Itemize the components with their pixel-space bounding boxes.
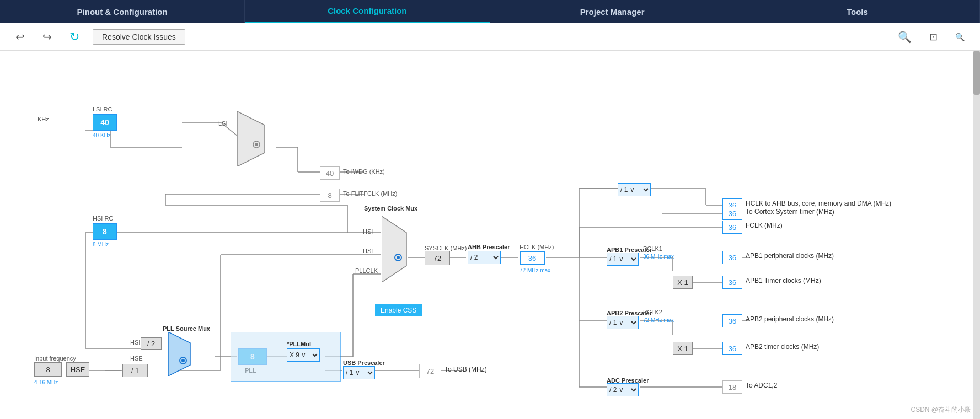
enable-css-button[interactable]: Enable CSS xyxy=(375,304,422,316)
usb-value-box: 72 xyxy=(419,364,441,378)
pll-mul-select[interactable]: X 9 ∨ xyxy=(287,348,320,362)
hclk-ahb-label: HCLK to AHB bus, core, memory and DMA (M… xyxy=(746,200,891,207)
tab-pinout[interactable]: Pinout & Configuration xyxy=(0,0,245,23)
pclk1-max-label: 36 MHz max xyxy=(643,254,674,260)
apb1-peri-value-box: 36 xyxy=(722,251,742,264)
hclk-div1-select[interactable]: / 1 ∨ xyxy=(618,183,651,196)
pclk1-label: PCLK1 xyxy=(643,245,662,252)
cortex-timer-label: To Cortex System timer (MHz) xyxy=(746,208,834,216)
hclk-label: HCLK (MHz) xyxy=(520,244,554,250)
adc-prescaler-select[interactable]: / 2 ∨ xyxy=(607,383,639,396)
apb2-peri-value-box: 36 xyxy=(722,314,742,327)
zoom-out-button[interactable]: 🔍 xyxy=(951,30,969,44)
apb2-timer-x-box: X 1 xyxy=(673,342,693,355)
top-navigation: Pinout & Configuration Clock Configurati… xyxy=(0,0,980,23)
hclk-value-box: 36 xyxy=(520,251,545,265)
usb-label: To USB (MHz) xyxy=(445,366,487,373)
svg-marker-65 xyxy=(168,332,190,376)
lsi-mux-svg xyxy=(237,111,276,166)
apb1-timer-x-box: X 1 xyxy=(673,276,693,289)
hse-value-box: 8 xyxy=(34,362,62,377)
redo-button[interactable]: ↪ xyxy=(38,28,56,46)
lsi-freq-label: KHz xyxy=(38,116,49,122)
hsi-mux-label: HSI xyxy=(363,228,373,235)
sysclk-value-box: 72 xyxy=(425,251,450,265)
hsi-rc-unit: 8 MHz xyxy=(93,241,109,248)
tab-tools[interactable]: Tools xyxy=(735,0,980,23)
apb2-prescaler-select[interactable]: / 1 ∨ xyxy=(607,316,639,329)
apb2-timer-label: APB2 timer clocks (MHz) xyxy=(746,343,819,351)
scrollbar-thumb[interactable] xyxy=(973,51,980,95)
apb2-peri-label: APB2 peripheral clocks (MHz) xyxy=(746,315,834,323)
apb1-timer-label: APB1 Timer clocks (MHz) xyxy=(746,277,821,284)
lsi-rc-value-box: 40 xyxy=(93,114,117,131)
watermark: CSDN @奋斗的小殷 xyxy=(911,405,971,415)
hclk-max-label: 72 MHz max xyxy=(520,267,550,273)
hse-label-box[interactable]: HSE xyxy=(66,362,89,377)
svg-point-61 xyxy=(255,143,258,146)
zoom-fit-button[interactable]: ⊡ xyxy=(925,29,942,45)
pll-bg xyxy=(231,332,341,382)
hsi-rc-value-box: 8 xyxy=(93,223,117,240)
undo-button[interactable]: ↩ xyxy=(11,28,29,46)
pll-source-mux-label: PLL Source Mux xyxy=(163,325,210,332)
toolbar: ↩ ↪ ↻ Resolve Clock Issues 🔍 ⊡ 🔍 xyxy=(0,23,980,51)
pll-mux-svg xyxy=(168,332,196,376)
cortex-timer-value-box: 36 xyxy=(722,207,742,220)
tab-project[interactable]: Project Manager xyxy=(490,0,735,23)
usb-prescaler-select[interactable]: / 1 ∨ xyxy=(343,366,375,379)
lsi-rc-unit: 40 KHz xyxy=(93,132,111,138)
flitfclk-value-box: 8 xyxy=(320,189,340,202)
fclk-value-box: 36 xyxy=(722,221,742,234)
apb1-peri-label: APB1 peripheral clocks (MHz) xyxy=(746,252,834,260)
svg-point-67 xyxy=(181,359,185,362)
fclk-label: FCLK (MHz) xyxy=(746,222,783,229)
svg-marker-62 xyxy=(382,216,406,282)
refresh-button[interactable]: ↻ xyxy=(65,28,84,46)
lsi-label: LSI xyxy=(218,120,228,127)
to-iwdg-label: To IWDG (KHz) xyxy=(343,168,385,175)
hsi-rc-label: HSI RC xyxy=(93,215,113,222)
to-flitfclk-label: To FLITFCLK (MHz) xyxy=(343,190,397,197)
usb-prescaler-label: USB Prescaler xyxy=(343,359,385,366)
ahb-prescaler-label: AHB Prescaler xyxy=(468,244,510,250)
svg-marker-59 xyxy=(237,111,265,166)
pll-div2-box: / 2 xyxy=(141,337,162,350)
pclk2-max-label: 72 MHz max xyxy=(643,317,674,323)
apb2-timer-value-box: 36 xyxy=(722,342,742,355)
clock-diagram-canvas: Input frequency 8 HSE 4-16 MHz / 1 LSI R… xyxy=(0,51,980,419)
apb1-timer-value-box: 36 xyxy=(722,276,742,289)
ahb-prescaler-select[interactable]: / 2 xyxy=(468,251,501,264)
pll-mul-label: *PLLMul xyxy=(287,341,311,347)
hse-mux-label: HSE xyxy=(363,248,376,254)
system-clock-mux-label: System Clock Mux xyxy=(364,205,417,212)
input-freq-label: Input frequency xyxy=(34,355,76,362)
scrollbar[interactable] xyxy=(973,51,980,419)
hse-div1-box[interactable]: / 1 xyxy=(122,364,148,377)
pll-hsi-label: HSI xyxy=(130,339,140,346)
pclk2-label: PCLK2 xyxy=(643,309,662,315)
adc-label: To ADC1,2 xyxy=(746,382,777,389)
svg-point-64 xyxy=(397,256,400,259)
hse-freq-label: 4-16 MHz xyxy=(34,379,58,385)
lsi-rc-label: LSI RC xyxy=(93,106,112,112)
pll-hse-label: HSE xyxy=(130,355,143,362)
tab-clock[interactable]: Clock Configuration xyxy=(245,0,490,23)
adc-value-box: 18 xyxy=(722,380,742,394)
pllclk-label: PLLCLK xyxy=(355,267,378,274)
resolve-clock-button[interactable]: Resolve Clock Issues xyxy=(93,29,185,45)
iwdg-value-box: 40 xyxy=(320,166,340,180)
system-mux-svg xyxy=(382,216,412,282)
apb1-prescaler-select[interactable]: / 1 ∨ xyxy=(607,253,639,266)
zoom-in-button[interactable]: 🔍 xyxy=(893,28,916,46)
